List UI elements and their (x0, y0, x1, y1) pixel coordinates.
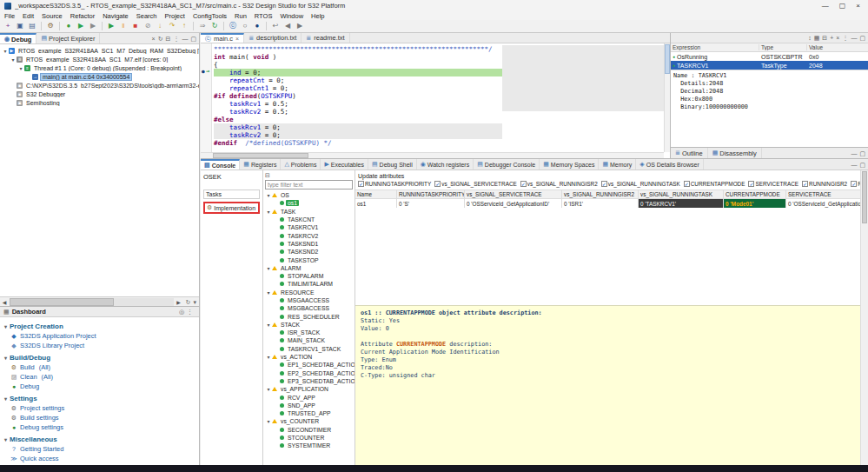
menu-help[interactable]: Help (311, 12, 324, 20)
os-tree-item[interactable]: STOPALARM (263, 272, 354, 280)
checkbox-runningtaskpriority[interactable]: ✓RUNNINGTASKPRIORITY (358, 181, 431, 187)
view-menu-icon[interactable]: ⋮ (173, 34, 179, 43)
expand-arrow-icon[interactable]: ▾ (265, 354, 272, 360)
sort-icon[interactable]: ↕ (808, 33, 812, 43)
dashboard-link-build-settings[interactable]: ⚙Build settings (4, 413, 195, 422)
restart-icon[interactable]: ↻ (158, 34, 163, 43)
menu-edit[interactable]: Edit (23, 12, 34, 20)
checkbox-vs-signal-servicetrace[interactable]: ✓vs_SIGNAL_SERVICETRACE (434, 181, 517, 187)
osek-item-implementation[interactable]: ⚙Implementation (203, 202, 260, 214)
pin-icon[interactable]: ◎ (179, 307, 184, 316)
instruction-stepping-icon[interactable]: ⇒ (197, 21, 208, 31)
code-line[interactable]: #if defined(OSTSKFPU) (214, 92, 663, 100)
table-cell[interactable]: 0 'OSServiceId_GetApplicationID' (465, 199, 562, 208)
sync-icon[interactable]: ↻ (186, 297, 191, 307)
os-tree-item[interactable]: ▾STACK (263, 321, 354, 329)
dashboard-link-debug-settings[interactable]: ●Debug settings (4, 422, 195, 432)
os-tree-item[interactable]: EP2_SCHEDTAB_ACTION1 (263, 369, 354, 377)
close-tab-icon[interactable]: × (235, 36, 239, 42)
dashboard-link-getting-started[interactable]: ?Getting Started (4, 444, 195, 454)
code-line[interactable]: ****************************************… (214, 45, 663, 53)
code-line[interactable]: repeatCnt1 = 0; (214, 84, 663, 92)
toggle-breakpoint-icon[interactable]: ● (252, 21, 262, 31)
os-tree-item[interactable]: TIMLIMITALARM (263, 280, 354, 288)
maximize-icon[interactable]: ▢ (190, 34, 196, 43)
search-icon[interactable]: ○ (240, 21, 250, 31)
code-line[interactable]: ind = 0; (214, 69, 502, 76)
run-icon[interactable]: ▶ (76, 21, 86, 31)
column-header-value[interactable]: Value (807, 44, 868, 50)
terminate-icon[interactable]: ■ (130, 21, 141, 31)
remove-expression-icon[interactable]: × (836, 33, 839, 43)
os-tree-item[interactable]: ▾vs_APPLICATION (263, 385, 354, 393)
build-all-icon[interactable]: ⚙ (45, 21, 56, 31)
code-line[interactable]: int main( void ) (214, 53, 663, 61)
os-tree-item[interactable]: TASKRCV1_STACK (263, 345, 354, 353)
table-cell[interactable]: 0 'S' (397, 199, 465, 208)
code-editor[interactable]: ●→ *************************************… (201, 43, 670, 158)
code-line[interactable]: taskRcv2 = 0; (214, 131, 502, 139)
column-header-type[interactable]: Type (759, 44, 807, 50)
scroll-thumb[interactable] (862, 171, 867, 223)
code-line[interactable]: repeatCnt = 0; (214, 76, 663, 84)
expression-row[interactable]: ●OsRunningOSTSKCBPTR0x0 (671, 52, 868, 61)
new-source-file-icon[interactable]: ⓒ (228, 21, 238, 31)
minimize-icon[interactable]: — (182, 34, 188, 43)
minimize-icon[interactable]: — (851, 149, 857, 158)
os-tree-item[interactable]: ▾vs_ACTION (263, 353, 354, 361)
menu-search[interactable]: Search (136, 12, 157, 20)
os-tree-item[interactable]: SND_APP (263, 402, 354, 409)
collapse-all-icon[interactable]: ⊟ (265, 170, 270, 180)
menu-run[interactable]: Run (235, 12, 247, 20)
os-tree-item[interactable]: RES_SCHEDULER (263, 312, 354, 320)
resume-icon[interactable]: ▶ (106, 21, 116, 31)
debug-tree-item[interactable]: ▣S32 Debugger (0, 90, 199, 98)
step-return-icon[interactable]: ↑ (179, 21, 189, 31)
os-tree-item[interactable]: TASKSTOP (263, 256, 354, 263)
os-tree-item[interactable]: TASKSND2 (263, 248, 354, 256)
os-tree-item[interactable]: TASKRCV1 (263, 223, 354, 231)
step-into-icon[interactable]: ↓ (155, 21, 165, 31)
dashboard-link-s32ds-library-project[interactable]: ◆S32DS Library Project (4, 341, 195, 350)
expand-arrow-icon[interactable]: ▾ (265, 322, 272, 328)
os-tree-item[interactable]: EP3_SCHEDTAB_ACTION1 (263, 377, 354, 385)
os-tree-item[interactable]: SYSTEMTIMER (263, 442, 354, 449)
expand-arrow-icon[interactable]: ▾ (265, 209, 272, 215)
debug-tree-item[interactable]: ▣Semihosting (0, 98, 199, 107)
save-all-icon[interactable]: ▤ (27, 21, 37, 31)
scroll-track[interactable] (10, 298, 174, 306)
debug-tree-item[interactable]: →main() at main.c:64 0x34000554 (0, 72, 199, 81)
attributes-table-row[interactable]: os10 'S'0 'OSServiceId_GetApplicationID'… (355, 199, 868, 208)
column-header-servicetrace[interactable]: SERVICETRACE (786, 190, 868, 198)
scroll-menu-icon[interactable]: ▾ (193, 297, 196, 307)
debug-tree-item[interactable]: ▾≣RTOS_example_S32R418AA_SC1_M7.elf [cor… (0, 55, 199, 63)
debug-tree-item[interactable]: ▾≡Thread #1 1 (Core: 0 debug) (Suspended… (0, 63, 199, 72)
suspend-icon[interactable]: ‖ (118, 21, 129, 31)
tab-disassembly[interactable]: ▦Disassembly (708, 148, 762, 158)
close-button[interactable]: × (856, 2, 860, 10)
table-cell[interactable]: 0 'OSServiceId_GetApplicationID' (786, 199, 868, 208)
osek-item-tasks[interactable]: Tasks (203, 189, 260, 199)
tab-os-details-browser[interactable]: ◈OS Details Browser (636, 159, 703, 170)
back-icon[interactable]: ◀ (282, 21, 293, 31)
os-tree-item[interactable]: MSGAACCESS (263, 296, 354, 304)
menu-configtools[interactable]: ConfigTools (193, 12, 227, 20)
remove-terminated-icon[interactable]: × (152, 34, 156, 43)
maximize-button[interactable]: ▢ (839, 2, 846, 10)
maximize-icon[interactable]: ▢ (859, 149, 865, 158)
last-edit-location-icon[interactable]: ↩ (270, 21, 281, 31)
view-menu-icon[interactable]: ⋮ (187, 307, 193, 316)
scroll-left-icon[interactable]: ◀ (0, 299, 9, 305)
tab-project-explorer[interactable]: ▤Project Explorer (36, 33, 100, 43)
minimize-icon[interactable]: — (851, 160, 857, 170)
maximize-icon[interactable]: ▢ (859, 33, 865, 43)
tab-debugger-console[interactable]: ▤Debugger Console (474, 159, 540, 170)
external-tools-icon[interactable]: ▶ (88, 21, 98, 31)
section-arrow-icon[interactable]: ▾ (4, 355, 7, 361)
menu-source[interactable]: Source (42, 12, 63, 20)
forward-icon[interactable]: ▶ (295, 21, 305, 31)
scroll-thumb[interactable] (10, 298, 114, 306)
checkbox-runningisr2[interactable]: ✓RUNNINGISR2 (802, 181, 847, 187)
os-tree-item[interactable]: ISR_STACK (263, 329, 354, 336)
view-menu-icon[interactable]: ⋮ (842, 33, 848, 43)
